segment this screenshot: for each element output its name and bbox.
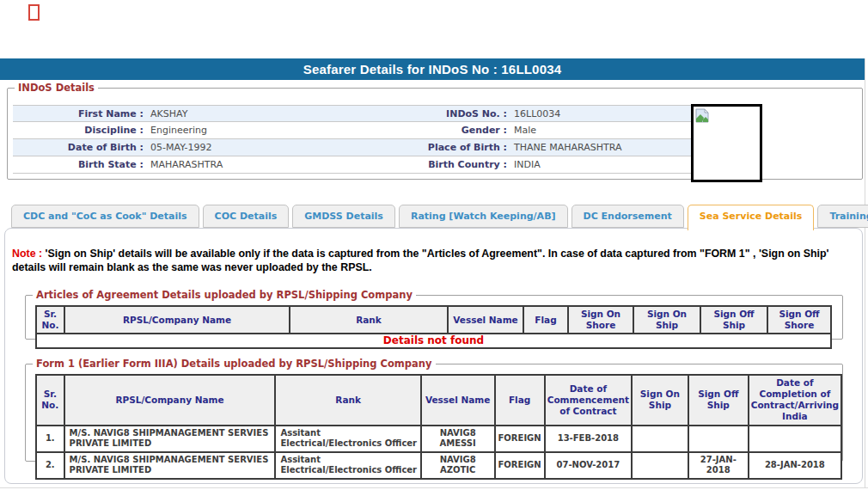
page: Seafarer Details for INDoS No : 16LL0034… — [0, 0, 868, 490]
indos-details-legend: INDoS Details — [15, 82, 98, 94]
table-cell: 1. — [36, 426, 64, 452]
field-label: Discipline : — [13, 125, 144, 136]
column-header: Sign Off Ship — [688, 375, 749, 426]
field-label: Date of Birth : — [13, 142, 144, 153]
table-cell: 2. — [36, 452, 64, 479]
articles-of-agreement-table: Sr. No.RPSL/Company NameRankVessel NameF… — [35, 305, 832, 349]
table-cell: 27-JAN-2018 — [688, 452, 749, 479]
column-header: RPSL/Company Name — [64, 306, 290, 334]
broken-image-icon — [695, 108, 710, 123]
field-value: Engineering — [144, 125, 415, 136]
broken-image-icon — [28, 4, 40, 21]
empty-row: Details not found — [36, 334, 831, 348]
articles-of-agreement-legend: Articles of Agreement Details uploaded b… — [33, 289, 416, 301]
tab-dc-endorsement[interactable]: DC Endorsement — [572, 205, 684, 228]
column-header: Sign On Shore — [568, 306, 633, 334]
field-label: First Name : — [13, 108, 144, 119]
tab-coc-details[interactable]: COC Details — [203, 205, 290, 228]
field-value: Male — [507, 125, 692, 136]
field-value: INDIA — [507, 159, 692, 170]
tab-sea-service-details[interactable]: Sea Service Details — [688, 205, 815, 230]
field-value: MAHARASHTRA — [144, 159, 415, 170]
seafarer-photo-box — [691, 104, 762, 182]
field-value: AKSHAY — [144, 108, 415, 119]
table-cell: 13-FEB-2018 — [545, 426, 632, 452]
field-value: THANE MAHARASHTRA — [507, 142, 692, 153]
field-label: Birth State : — [13, 159, 144, 170]
column-header: Flag — [523, 306, 568, 334]
table-cell: 07-NOV-2017 — [545, 452, 632, 479]
indos-row: First Name :AKSHAYINDoS No. :16LL0034 — [13, 105, 692, 122]
column-header: Vessel Name — [421, 375, 495, 426]
column-header: Sr. No. — [36, 306, 64, 334]
form1-table: Sr. No.RPSL/Company NameRankVessel NameF… — [35, 374, 842, 480]
column-header: Sr. No. — [36, 375, 64, 426]
table-cell: NAVIG8 AMESSI — [421, 426, 495, 452]
table-cell — [749, 426, 841, 452]
field-label: Gender : — [415, 125, 507, 136]
column-header: Sign On Ship — [632, 375, 688, 426]
column-header: Vessel Name — [448, 306, 523, 334]
column-header: Sign Off Shore — [767, 306, 831, 334]
column-header: Sign On Ship — [633, 306, 700, 334]
indos-row: Date of Birth :05-MAY-1992Place of Birth… — [13, 139, 692, 156]
field-label: INDoS No. : — [415, 108, 507, 119]
table-cell: FOREIGN — [495, 452, 545, 479]
page-right-border — [865, 58, 865, 488]
column-header: Date of Commencement of Contract — [545, 375, 632, 426]
tab-training-details[interactable]: Training Details — [817, 205, 868, 228]
column-header: Sign Off Ship — [700, 306, 767, 334]
field-label: Place of Birth : — [415, 142, 507, 153]
field-label: Birth Country : — [415, 159, 507, 170]
page-bottom-border — [0, 487, 868, 488]
tab-cdc-and-coc-as-cook-details[interactable]: CDC and "CoC as Cook" Details — [11, 205, 199, 228]
indos-details-rows: First Name :AKSHAYINDoS No. :16LL0034Dis… — [13, 105, 692, 174]
indos-row: Discipline :EngineeringGender :Male — [13, 122, 692, 139]
table-cell: NAVIG8 AZOTIC — [421, 452, 495, 479]
table-header-row: Sr. No.RPSL/Company NameRankVessel NameF… — [36, 306, 831, 334]
table-cell: Assitant Electrical/Electronics Officer — [275, 426, 420, 452]
indos-row: Birth State :MAHARASHTRABirth Country :I… — [13, 156, 692, 174]
tab-content-panel: Note : 'Sign on Ship' details will be av… — [4, 228, 863, 484]
empty-message: Details not found — [36, 334, 831, 348]
form1-legend: Form 1 (Earlier Form IIIA) Details uploa… — [33, 358, 436, 370]
table-row: 2.M/S. NAVIG8 SHIPMANAGEMENT SERVIES PRI… — [36, 452, 841, 479]
tab-bar: CDC and "CoC as Cook" DetailsCOC Details… — [11, 205, 868, 230]
table-cell — [632, 426, 688, 452]
indos-details-section: INDoS Details First Name :AKSHAYINDoS No… — [7, 82, 863, 180]
table-cell: Assitant Electrical/Electronics Officer — [275, 452, 420, 479]
column-header: Flag — [495, 375, 545, 426]
field-value: 05-MAY-1992 — [144, 142, 415, 153]
field-value: 16LL0034 — [507, 108, 692, 119]
table-cell: M/S. NAVIG8 SHIPMANAGEMENT SERVIES PRIVA… — [64, 452, 276, 479]
page-title: Seafarer Details for INDoS No : 16LL0034 — [0, 58, 865, 80]
column-header: RPSL/Company Name — [64, 375, 276, 426]
table-header-row: Sr. No.RPSL/Company NameRankVessel NameF… — [36, 375, 841, 426]
articles-of-agreement-section: Articles of Agreement Details uploaded b… — [25, 289, 843, 340]
table-cell: M/S. NAVIG8 SHIPMANAGEMENT SERVIES PRIVA… — [64, 426, 276, 452]
column-header: Date of Completion of Contract/Arriving … — [749, 375, 841, 426]
column-header: Rank — [275, 375, 420, 426]
note-prefix: Note : — [12, 248, 42, 260]
tab-rating-watch-keeping-ab[interactable]: Rating [Watch Keeping/AB] — [399, 205, 568, 228]
table-cell: 28-JAN-2018 — [749, 452, 841, 479]
tab-gmdss-details[interactable]: GMDSS Details — [292, 205, 395, 228]
table-cell — [688, 426, 749, 452]
table-cell: FOREIGN — [495, 426, 545, 452]
table-cell — [632, 452, 688, 479]
note-body: 'Sign on Ship' details will be available… — [12, 248, 829, 273]
form1-section: Form 1 (Earlier Form IIIA) Details uploa… — [25, 358, 843, 462]
column-header: Rank — [290, 306, 448, 334]
table-row: 1.M/S. NAVIG8 SHIPMANAGEMENT SERVIES PRI… — [36, 426, 841, 452]
note-text: Note : 'Sign on Ship' details will be av… — [12, 247, 859, 275]
